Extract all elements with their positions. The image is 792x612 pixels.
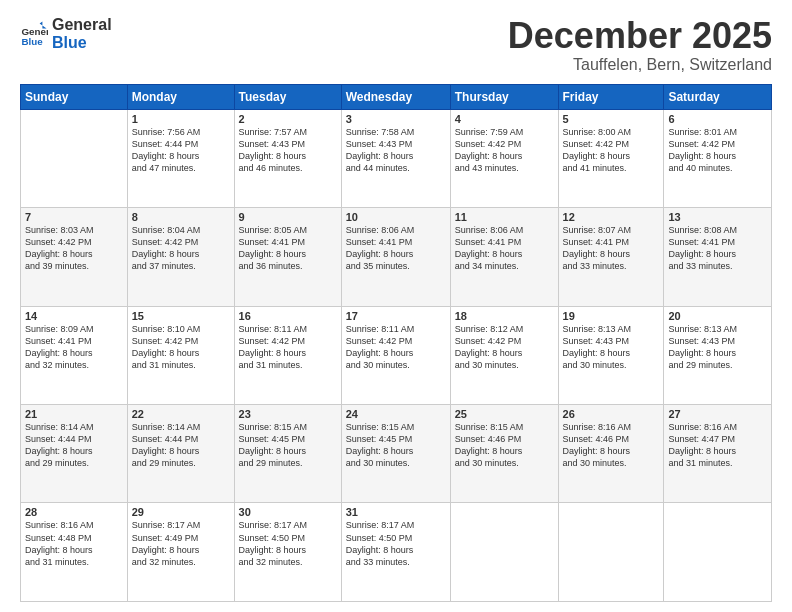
calendar-cell: 31Sunrise: 8:17 AM Sunset: 4:50 PM Dayli… bbox=[341, 503, 450, 602]
day-info: Sunrise: 8:15 AM Sunset: 4:45 PM Dayligh… bbox=[239, 421, 337, 470]
calendar-header: SundayMondayTuesdayWednesdayThursdayFrid… bbox=[21, 84, 772, 109]
day-info: Sunrise: 7:58 AM Sunset: 4:43 PM Dayligh… bbox=[346, 126, 446, 175]
day-number: 30 bbox=[239, 506, 337, 518]
calendar: SundayMondayTuesdayWednesdayThursdayFrid… bbox=[20, 84, 772, 602]
day-number: 4 bbox=[455, 113, 554, 125]
calendar-cell: 28Sunrise: 8:16 AM Sunset: 4:48 PM Dayli… bbox=[21, 503, 128, 602]
day-number: 8 bbox=[132, 211, 230, 223]
day-info: Sunrise: 8:03 AM Sunset: 4:42 PM Dayligh… bbox=[25, 224, 123, 273]
day-number: 13 bbox=[668, 211, 767, 223]
calendar-cell: 12Sunrise: 8:07 AM Sunset: 4:41 PM Dayli… bbox=[558, 208, 664, 306]
day-number: 16 bbox=[239, 310, 337, 322]
day-number: 20 bbox=[668, 310, 767, 322]
logo-line2: Blue bbox=[52, 34, 112, 52]
header-row: SundayMondayTuesdayWednesdayThursdayFrid… bbox=[21, 84, 772, 109]
day-number: 10 bbox=[346, 211, 446, 223]
svg-text:Blue: Blue bbox=[21, 35, 43, 46]
day-info: Sunrise: 8:11 AM Sunset: 4:42 PM Dayligh… bbox=[239, 323, 337, 372]
logo: General Blue General Blue bbox=[20, 16, 112, 51]
calendar-cell: 14Sunrise: 8:09 AM Sunset: 4:41 PM Dayli… bbox=[21, 306, 128, 404]
calendar-cell: 20Sunrise: 8:13 AM Sunset: 4:43 PM Dayli… bbox=[664, 306, 772, 404]
calendar-cell: 9Sunrise: 8:05 AM Sunset: 4:41 PM Daylig… bbox=[234, 208, 341, 306]
calendar-cell: 17Sunrise: 8:11 AM Sunset: 4:42 PM Dayli… bbox=[341, 306, 450, 404]
day-number: 26 bbox=[563, 408, 660, 420]
page: General Blue General Blue December 2025 … bbox=[0, 0, 792, 612]
main-title: December 2025 bbox=[508, 16, 772, 56]
day-info: Sunrise: 8:09 AM Sunset: 4:41 PM Dayligh… bbox=[25, 323, 123, 372]
calendar-cell: 19Sunrise: 8:13 AM Sunset: 4:43 PM Dayli… bbox=[558, 306, 664, 404]
day-number: 17 bbox=[346, 310, 446, 322]
calendar-cell: 13Sunrise: 8:08 AM Sunset: 4:41 PM Dayli… bbox=[664, 208, 772, 306]
day-number: 21 bbox=[25, 408, 123, 420]
calendar-cell: 18Sunrise: 8:12 AM Sunset: 4:42 PM Dayli… bbox=[450, 306, 558, 404]
calendar-cell bbox=[450, 503, 558, 602]
calendar-cell bbox=[21, 109, 128, 207]
day-number: 11 bbox=[455, 211, 554, 223]
header-day-thursday: Thursday bbox=[450, 84, 558, 109]
day-info: Sunrise: 8:13 AM Sunset: 4:43 PM Dayligh… bbox=[563, 323, 660, 372]
day-info: Sunrise: 7:59 AM Sunset: 4:42 PM Dayligh… bbox=[455, 126, 554, 175]
header-day-friday: Friday bbox=[558, 84, 664, 109]
week-row-0: 1Sunrise: 7:56 AM Sunset: 4:44 PM Daylig… bbox=[21, 109, 772, 207]
week-row-3: 21Sunrise: 8:14 AM Sunset: 4:44 PM Dayli… bbox=[21, 405, 772, 503]
calendar-cell: 8Sunrise: 8:04 AM Sunset: 4:42 PM Daylig… bbox=[127, 208, 234, 306]
day-info: Sunrise: 8:16 AM Sunset: 4:46 PM Dayligh… bbox=[563, 421, 660, 470]
calendar-cell: 2Sunrise: 7:57 AM Sunset: 4:43 PM Daylig… bbox=[234, 109, 341, 207]
day-number: 25 bbox=[455, 408, 554, 420]
calendar-cell: 1Sunrise: 7:56 AM Sunset: 4:44 PM Daylig… bbox=[127, 109, 234, 207]
day-number: 27 bbox=[668, 408, 767, 420]
day-info: Sunrise: 8:06 AM Sunset: 4:41 PM Dayligh… bbox=[455, 224, 554, 273]
day-info: Sunrise: 8:07 AM Sunset: 4:41 PM Dayligh… bbox=[563, 224, 660, 273]
calendar-cell: 7Sunrise: 8:03 AM Sunset: 4:42 PM Daylig… bbox=[21, 208, 128, 306]
header-day-tuesday: Tuesday bbox=[234, 84, 341, 109]
calendar-cell: 29Sunrise: 8:17 AM Sunset: 4:49 PM Dayli… bbox=[127, 503, 234, 602]
calendar-cell: 10Sunrise: 8:06 AM Sunset: 4:41 PM Dayli… bbox=[341, 208, 450, 306]
day-info: Sunrise: 8:15 AM Sunset: 4:45 PM Dayligh… bbox=[346, 421, 446, 470]
week-row-1: 7Sunrise: 8:03 AM Sunset: 4:42 PM Daylig… bbox=[21, 208, 772, 306]
day-number: 29 bbox=[132, 506, 230, 518]
day-info: Sunrise: 8:08 AM Sunset: 4:41 PM Dayligh… bbox=[668, 224, 767, 273]
title-block: December 2025 Tauffelen, Bern, Switzerla… bbox=[508, 16, 772, 74]
calendar-cell: 15Sunrise: 8:10 AM Sunset: 4:42 PM Dayli… bbox=[127, 306, 234, 404]
day-info: Sunrise: 8:06 AM Sunset: 4:41 PM Dayligh… bbox=[346, 224, 446, 273]
day-info: Sunrise: 8:14 AM Sunset: 4:44 PM Dayligh… bbox=[132, 421, 230, 470]
day-info: Sunrise: 8:16 AM Sunset: 4:48 PM Dayligh… bbox=[25, 519, 123, 568]
day-number: 22 bbox=[132, 408, 230, 420]
header-day-saturday: Saturday bbox=[664, 84, 772, 109]
calendar-cell: 27Sunrise: 8:16 AM Sunset: 4:47 PM Dayli… bbox=[664, 405, 772, 503]
day-number: 12 bbox=[563, 211, 660, 223]
logo-icon: General Blue bbox=[20, 20, 48, 48]
header-day-sunday: Sunday bbox=[21, 84, 128, 109]
day-info: Sunrise: 8:16 AM Sunset: 4:47 PM Dayligh… bbox=[668, 421, 767, 470]
day-info: Sunrise: 7:57 AM Sunset: 4:43 PM Dayligh… bbox=[239, 126, 337, 175]
calendar-cell: 30Sunrise: 8:17 AM Sunset: 4:50 PM Dayli… bbox=[234, 503, 341, 602]
day-info: Sunrise: 8:00 AM Sunset: 4:42 PM Dayligh… bbox=[563, 126, 660, 175]
day-number: 9 bbox=[239, 211, 337, 223]
subtitle: Tauffelen, Bern, Switzerland bbox=[508, 56, 772, 74]
header-day-monday: Monday bbox=[127, 84, 234, 109]
day-number: 14 bbox=[25, 310, 123, 322]
logo-line1: General bbox=[52, 16, 112, 34]
day-info: Sunrise: 8:05 AM Sunset: 4:41 PM Dayligh… bbox=[239, 224, 337, 273]
day-info: Sunrise: 8:11 AM Sunset: 4:42 PM Dayligh… bbox=[346, 323, 446, 372]
day-number: 3 bbox=[346, 113, 446, 125]
day-info: Sunrise: 7:56 AM Sunset: 4:44 PM Dayligh… bbox=[132, 126, 230, 175]
day-info: Sunrise: 8:15 AM Sunset: 4:46 PM Dayligh… bbox=[455, 421, 554, 470]
day-number: 5 bbox=[563, 113, 660, 125]
week-row-4: 28Sunrise: 8:16 AM Sunset: 4:48 PM Dayli… bbox=[21, 503, 772, 602]
calendar-cell bbox=[664, 503, 772, 602]
day-info: Sunrise: 8:12 AM Sunset: 4:42 PM Dayligh… bbox=[455, 323, 554, 372]
day-number: 2 bbox=[239, 113, 337, 125]
calendar-cell: 22Sunrise: 8:14 AM Sunset: 4:44 PM Dayli… bbox=[127, 405, 234, 503]
day-info: Sunrise: 8:13 AM Sunset: 4:43 PM Dayligh… bbox=[668, 323, 767, 372]
calendar-cell bbox=[558, 503, 664, 602]
day-info: Sunrise: 8:14 AM Sunset: 4:44 PM Dayligh… bbox=[25, 421, 123, 470]
calendar-cell: 16Sunrise: 8:11 AM Sunset: 4:42 PM Dayli… bbox=[234, 306, 341, 404]
calendar-cell: 25Sunrise: 8:15 AM Sunset: 4:46 PM Dayli… bbox=[450, 405, 558, 503]
day-number: 7 bbox=[25, 211, 123, 223]
calendar-cell: 3Sunrise: 7:58 AM Sunset: 4:43 PM Daylig… bbox=[341, 109, 450, 207]
day-info: Sunrise: 8:10 AM Sunset: 4:42 PM Dayligh… bbox=[132, 323, 230, 372]
day-number: 18 bbox=[455, 310, 554, 322]
calendar-body: 1Sunrise: 7:56 AM Sunset: 4:44 PM Daylig… bbox=[21, 109, 772, 601]
day-number: 23 bbox=[239, 408, 337, 420]
